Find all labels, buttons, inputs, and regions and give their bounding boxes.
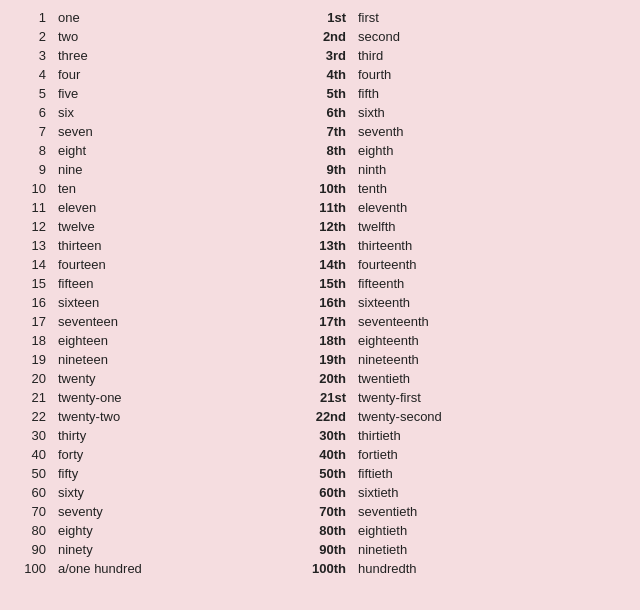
number-cell: 100 (10, 559, 50, 578)
number-cell: 40 (10, 445, 50, 464)
spacer-cell (210, 312, 290, 331)
ordinal-num-cell: 11th (290, 198, 350, 217)
number-cell: 50 (10, 464, 50, 483)
ordinal-num-cell: 13th (290, 236, 350, 255)
ordinal-word-cell: thirteenth (350, 236, 630, 255)
spacer-cell (210, 502, 290, 521)
number-cell: 6 (10, 103, 50, 122)
ordinal-num-cell: 8th (290, 141, 350, 160)
ordinal-word-cell: seventh (350, 122, 630, 141)
ordinal-num-cell: 100th (290, 559, 350, 578)
table-row: 19 nineteen 19th nineteenth (10, 350, 630, 369)
number-cell: 8 (10, 141, 50, 160)
word-cell: fourteen (50, 255, 210, 274)
ordinal-num-cell: 6th (290, 103, 350, 122)
ordinal-num-cell: 14th (290, 255, 350, 274)
ordinal-num-cell: 9th (290, 160, 350, 179)
ordinal-word-cell: eightieth (350, 521, 630, 540)
spacer-cell (210, 350, 290, 369)
ordinal-word-cell: tenth (350, 179, 630, 198)
table-row: 10 ten 10th tenth (10, 179, 630, 198)
number-cell: 16 (10, 293, 50, 312)
word-cell: three (50, 46, 210, 65)
word-cell: a/one hundred (50, 559, 210, 578)
ordinal-num-cell: 16th (290, 293, 350, 312)
spacer-cell (210, 521, 290, 540)
ordinal-num-cell: 3rd (290, 46, 350, 65)
ordinal-word-cell: second (350, 27, 630, 46)
ordinal-num-cell: 5th (290, 84, 350, 103)
word-cell: two (50, 27, 210, 46)
number-cell: 90 (10, 540, 50, 559)
number-cell: 11 (10, 198, 50, 217)
word-cell: ninety (50, 540, 210, 559)
number-cell: 18 (10, 331, 50, 350)
ordinal-num-cell: 18th (290, 331, 350, 350)
spacer-cell (210, 255, 290, 274)
number-cell: 60 (10, 483, 50, 502)
spacer-cell (210, 426, 290, 445)
word-cell: six (50, 103, 210, 122)
table-row: 50 fifty 50th fiftieth (10, 464, 630, 483)
ordinal-num-cell: 7th (290, 122, 350, 141)
spacer-cell (210, 407, 290, 426)
word-cell: sixty (50, 483, 210, 502)
ordinal-word-cell: twenty-first (350, 388, 630, 407)
number-cell: 4 (10, 65, 50, 84)
ordinal-num-cell: 2nd (290, 27, 350, 46)
ordinal-word-cell: third (350, 46, 630, 65)
word-cell: thirteen (50, 236, 210, 255)
ordinal-word-cell: eighth (350, 141, 630, 160)
word-cell: nineteen (50, 350, 210, 369)
word-cell: fifty (50, 464, 210, 483)
table-row: 7 seven 7th seventh (10, 122, 630, 141)
number-cell: 3 (10, 46, 50, 65)
number-cell: 9 (10, 160, 50, 179)
spacer-cell (210, 84, 290, 103)
ordinal-num-cell: 4th (290, 65, 350, 84)
spacer-cell (210, 274, 290, 293)
ordinal-word-cell: sixteenth (350, 293, 630, 312)
word-cell: eighteen (50, 331, 210, 350)
word-cell: twenty-one (50, 388, 210, 407)
ordinal-num-cell: 1st (290, 8, 350, 27)
number-cell: 20 (10, 369, 50, 388)
ordinal-num-cell: 70th (290, 502, 350, 521)
number-cell: 10 (10, 179, 50, 198)
ordinal-word-cell: fifteenth (350, 274, 630, 293)
number-cell: 80 (10, 521, 50, 540)
ordinal-word-cell: eighteenth (350, 331, 630, 350)
number-cell: 15 (10, 274, 50, 293)
word-cell: seventy (50, 502, 210, 521)
spacer-cell (210, 27, 290, 46)
main-container: 1 one 1st first 2 two 2nd second 3 three… (0, 0, 640, 586)
spacer-cell (210, 293, 290, 312)
ordinal-num-cell: 12th (290, 217, 350, 236)
spacer-cell (210, 445, 290, 464)
spacer-cell (210, 141, 290, 160)
ordinal-word-cell: ninth (350, 160, 630, 179)
spacer-cell (210, 388, 290, 407)
table-row: 2 two 2nd second (10, 27, 630, 46)
ordinal-word-cell: nineteenth (350, 350, 630, 369)
word-cell: fifteen (50, 274, 210, 293)
ordinal-num-cell: 20th (290, 369, 350, 388)
word-cell: five (50, 84, 210, 103)
word-cell: one (50, 8, 210, 27)
number-cell: 17 (10, 312, 50, 331)
table-row: 15 fifteen 15th fifteenth (10, 274, 630, 293)
number-cell: 1 (10, 8, 50, 27)
table-row: 22 twenty-two 22nd twenty-second (10, 407, 630, 426)
number-cell: 7 (10, 122, 50, 141)
spacer-cell (210, 179, 290, 198)
ordinal-word-cell: fifth (350, 84, 630, 103)
table-row: 16 sixteen 16th sixteenth (10, 293, 630, 312)
spacer-cell (210, 331, 290, 350)
word-cell: twenty (50, 369, 210, 388)
spacer-cell (210, 540, 290, 559)
table-row: 12 twelve 12th twelfth (10, 217, 630, 236)
number-cell: 13 (10, 236, 50, 255)
ordinal-word-cell: first (350, 8, 630, 27)
table-row: 13 thirteen 13th thirteenth (10, 236, 630, 255)
table-row: 17 seventeen 17th seventeenth (10, 312, 630, 331)
